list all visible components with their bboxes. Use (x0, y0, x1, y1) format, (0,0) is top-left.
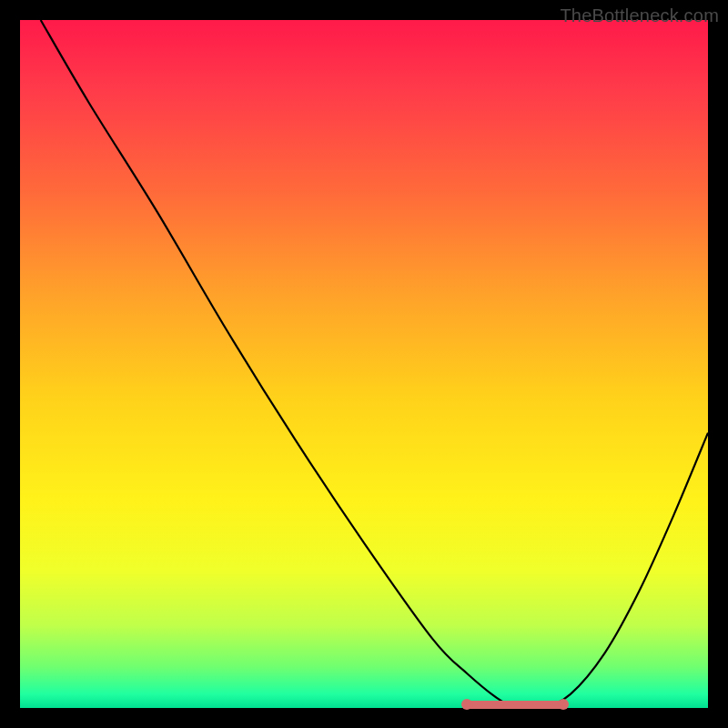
chart-frame: TheBottleneck.com (0, 0, 728, 728)
optimal-range-marker (467, 701, 563, 709)
optimal-range-end-dot (558, 699, 569, 710)
bottleneck-curve (20, 20, 708, 708)
